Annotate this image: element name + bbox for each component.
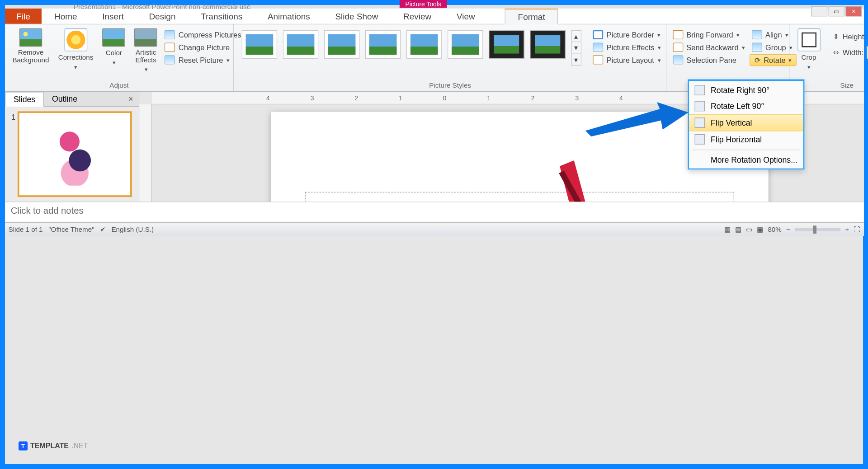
contextual-tab-label: Picture Tools: [400, 0, 447, 8]
zoom-out-button[interactable]: −: [786, 225, 790, 234]
tab-file[interactable]: File: [5, 9, 42, 24]
status-bar: Slide 1 of 1 "Office Theme" ✔ English (U…: [5, 222, 864, 236]
status-language[interactable]: English (U.S.): [111, 225, 154, 234]
width-field[interactable]: ⇔Width:▴▾: [833, 46, 868, 59]
gallery-down-button[interactable]: ▾: [572, 42, 581, 54]
watermark: T TEMPLATE.NET: [19, 441, 88, 450]
rotate-left-icon: [695, 101, 705, 112]
tab-review[interactable]: Review: [391, 9, 444, 24]
close-button[interactable]: ×: [846, 6, 862, 17]
gallery-more-button[interactable]: ▾: [572, 54, 581, 65]
slide-thumbnail-1[interactable]: 1: [18, 111, 132, 197]
style-thumb[interactable]: [324, 30, 359, 59]
callout-arrow: [585, 102, 689, 136]
ribbon-tabs: Presentation1 - Microsoft PowerPoint non…: [5, 9, 864, 24]
restore-button[interactable]: ▭: [829, 6, 844, 17]
change-picture-button[interactable]: Change Picture: [162, 42, 243, 53]
gallery-up-button[interactable]: ▴: [572, 31, 581, 42]
panel-close-button[interactable]: ×: [123, 92, 139, 106]
view-slideshow-button[interactable]: ▣: [757, 225, 763, 234]
more-rotation-options-item[interactable]: More Rotation Options...: [689, 152, 803, 167]
rotate-button[interactable]: ⟳Rotate▾: [750, 54, 797, 66]
fit-to-window-button[interactable]: ⛶: [854, 225, 860, 234]
picture-effects-button[interactable]: Picture Effects▾: [590, 42, 663, 53]
rotate-right-icon: [695, 85, 705, 95]
view-reading-button[interactable]: ▭: [746, 225, 752, 234]
artistic-effects-button[interactable]: Artistic Effects▾: [131, 27, 161, 74]
style-thumb[interactable]: [242, 30, 277, 59]
view-sorter-button[interactable]: ▤: [735, 225, 741, 234]
notes-pane[interactable]: Click to add notes: [5, 202, 864, 222]
outline-tab[interactable]: Outline: [44, 92, 85, 106]
slide-number: 1: [11, 113, 15, 122]
spellcheck-icon[interactable]: ✔: [100, 225, 106, 234]
style-thumb[interactable]: [530, 30, 565, 59]
tab-slideshow[interactable]: Slide Show: [323, 9, 391, 24]
selection-pane-button[interactable]: Selection Pane: [670, 54, 747, 66]
status-slide-count: Slide 1 of 1: [9, 225, 43, 234]
group-button[interactable]: Group▾: [750, 42, 797, 53]
style-thumb[interactable]: [283, 30, 318, 59]
thumbnail-image: [49, 123, 100, 186]
view-normal-button[interactable]: ▦: [724, 225, 731, 234]
tab-insert[interactable]: Insert: [90, 9, 136, 24]
tab-view[interactable]: View: [444, 9, 487, 24]
picture-styles-gallery[interactable]: ▴▾▾: [237, 27, 586, 66]
style-thumb[interactable]: [406, 30, 442, 59]
crop-button[interactable]: Crop▾: [793, 27, 824, 72]
tab-home[interactable]: Home: [42, 9, 90, 24]
rotate-menu: Rotate Right 90° Rotate Left 90° Flip Ve…: [688, 79, 804, 169]
corrections-button[interactable]: Corrections▾: [54, 27, 97, 74]
watermark-icon: T: [19, 441, 28, 450]
slides-panel: Slides Outline × 1: [5, 92, 139, 202]
tab-animations[interactable]: Animations: [255, 9, 323, 24]
window-controls: – ▭ ×: [811, 6, 862, 17]
align-button[interactable]: Align▾: [750, 29, 797, 40]
svg-marker-0: [585, 102, 689, 136]
style-thumb[interactable]: [365, 30, 401, 59]
color-button[interactable]: Color▾: [99, 27, 129, 74]
status-theme: "Office Theme": [48, 225, 94, 234]
picture-layout-button[interactable]: Picture Layout▾: [590, 54, 663, 66]
flip-horizontal-icon: [695, 134, 705, 145]
style-thumb[interactable]: [489, 30, 524, 59]
flip-horizontal-item[interactable]: Flip Horizontal: [689, 131, 803, 147]
rotate-right-90-item[interactable]: Rotate Right 90°: [689, 82, 803, 98]
zoom-in-button[interactable]: +: [845, 225, 849, 234]
tab-design[interactable]: Design: [137, 9, 189, 24]
inserted-picture[interactable]: [460, 155, 665, 202]
tab-format[interactable]: Format: [505, 9, 558, 24]
vertical-ruler: [139, 104, 152, 202]
height-field[interactable]: ⇕Height:▴▾: [833, 30, 868, 43]
style-thumb[interactable]: [448, 30, 483, 59]
window-title: Presentation1 - Microsoft PowerPoint non…: [74, 3, 250, 11]
tab-transitions[interactable]: Transitions: [188, 9, 255, 24]
minimize-button[interactable]: –: [811, 6, 827, 17]
slides-tab[interactable]: Slides: [5, 92, 44, 107]
rotate-icon: ⟳: [755, 56, 761, 65]
remove-background-button[interactable]: Remove Background: [9, 27, 53, 74]
picture-border-button[interactable]: Picture Border▾: [590, 29, 663, 40]
bring-forward-button[interactable]: Bring Forward▾: [670, 29, 747, 40]
rotate-left-90-item[interactable]: Rotate Left 90°: [689, 98, 803, 114]
reset-picture-button[interactable]: Reset Picture▾: [162, 54, 243, 66]
zoom-level[interactable]: 80%: [768, 225, 781, 234]
zoom-slider[interactable]: [795, 228, 840, 231]
menu-separator: [693, 150, 800, 150]
send-backward-button[interactable]: Send Backward▾: [670, 42, 747, 53]
group-label-styles: Picture Styles: [237, 80, 663, 91]
group-label-size: Size: [793, 80, 868, 91]
flip-vertical-icon: [695, 117, 705, 128]
group-label-adjust: Adjust: [9, 80, 230, 91]
compress-pictures-button[interactable]: Compress Pictures: [162, 29, 243, 40]
flip-vertical-item[interactable]: Flip Vertical: [689, 114, 803, 131]
